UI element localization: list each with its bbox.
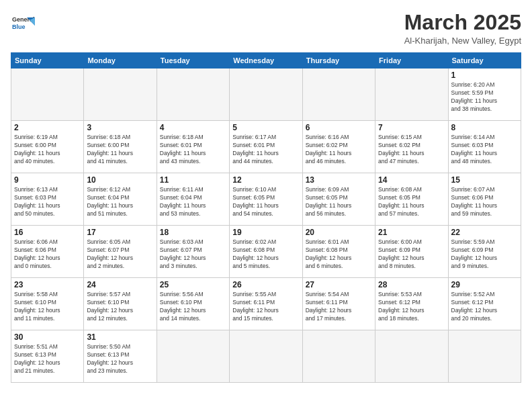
day-info: Sunrise: 6:15 AM Sunset: 6:02 PM Dayligh… [378, 134, 445, 166]
day-cell: 26Sunrise: 5:55 AM Sunset: 6:11 PM Dayli… [230, 278, 302, 330]
week-row-4: 16Sunrise: 6:06 AM Sunset: 6:06 PM Dayli… [11, 226, 521, 278]
day-cell: 16Sunrise: 6:06 AM Sunset: 6:06 PM Dayli… [11, 226, 84, 278]
day-number: 7 [378, 123, 445, 132]
day-cell: 4Sunrise: 6:18 AM Sunset: 6:01 PM Daylig… [157, 121, 229, 173]
day-cell [84, 68, 157, 121]
day-cell: 3Sunrise: 6:18 AM Sunset: 6:00 PM Daylig… [84, 121, 157, 173]
day-cell [157, 68, 229, 121]
day-info: Sunrise: 5:51 AM Sunset: 6:13 PM Dayligh… [14, 343, 81, 375]
day-info: Sunrise: 5:53 AM Sunset: 6:12 PM Dayligh… [378, 291, 445, 323]
day-number: 10 [87, 175, 153, 185]
day-number: 3 [87, 123, 153, 132]
day-cell: 14Sunrise: 6:08 AM Sunset: 6:05 PM Dayli… [375, 173, 448, 226]
day-cell: 19Sunrise: 6:02 AM Sunset: 6:08 PM Dayli… [230, 226, 302, 278]
day-info: Sunrise: 5:59 AM Sunset: 6:09 PM Dayligh… [451, 238, 518, 271]
week-row-2: 2Sunrise: 6:19 AM Sunset: 6:00 PM Daylig… [11, 121, 521, 173]
day-cell: 21Sunrise: 6:00 AM Sunset: 6:09 PM Dayli… [375, 226, 448, 278]
day-cell [157, 330, 229, 383]
weekday-header-thursday: Thursday [302, 53, 375, 68]
day-number: 1 [451, 71, 518, 80]
day-cell: 5Sunrise: 6:17 AM Sunset: 6:01 PM Daylig… [230, 121, 302, 173]
day-number: 16 [14, 228, 81, 237]
day-cell: 17Sunrise: 6:05 AM Sunset: 6:07 PM Dayli… [84, 226, 157, 278]
week-row-3: 9Sunrise: 6:13 AM Sunset: 6:03 PM Daylig… [11, 173, 521, 226]
day-cell: 29Sunrise: 5:52 AM Sunset: 6:12 PM Dayli… [448, 278, 521, 330]
day-info: Sunrise: 6:14 AM Sunset: 6:03 PM Dayligh… [451, 134, 518, 166]
day-info: Sunrise: 6:05 AM Sunset: 6:07 PM Dayligh… [87, 238, 153, 271]
day-cell [11, 68, 84, 121]
week-row-6: 30Sunrise: 5:51 AM Sunset: 6:13 PM Dayli… [11, 330, 521, 383]
header: General Blue March 2025 Al-Kharijah, New… [11, 11, 521, 46]
day-cell: 30Sunrise: 5:51 AM Sunset: 6:13 PM Dayli… [11, 330, 84, 383]
day-info: Sunrise: 5:58 AM Sunset: 6:10 PM Dayligh… [14, 291, 81, 323]
day-number: 4 [160, 123, 226, 132]
day-number: 23 [14, 280, 81, 289]
day-number: 8 [451, 123, 518, 132]
day-number: 18 [160, 228, 226, 237]
day-info: Sunrise: 6:12 AM Sunset: 6:04 PM Dayligh… [87, 186, 153, 218]
day-cell: 10Sunrise: 6:12 AM Sunset: 6:04 PM Dayli… [84, 173, 157, 226]
day-cell: 2Sunrise: 6:19 AM Sunset: 6:00 PM Daylig… [11, 121, 84, 173]
weekday-header-monday: Monday [84, 53, 157, 68]
calendar: SundayMondayTuesdayWednesdayThursdayFrid… [11, 52, 521, 383]
day-cell: 6Sunrise: 6:16 AM Sunset: 6:02 PM Daylig… [302, 121, 375, 173]
day-number: 27 [306, 280, 372, 289]
weekday-header-tuesday: Tuesday [157, 53, 229, 68]
calendar-header: SundayMondayTuesdayWednesdayThursdayFrid… [11, 53, 521, 68]
title-block: March 2025 Al-Kharijah, New Valley, Egyp… [404, 11, 521, 46]
day-cell: 11Sunrise: 6:11 AM Sunset: 6:04 PM Dayli… [157, 173, 229, 226]
day-info: Sunrise: 6:07 AM Sunset: 6:06 PM Dayligh… [451, 186, 518, 218]
day-number: 13 [306, 175, 372, 185]
day-cell: 23Sunrise: 5:58 AM Sunset: 6:10 PM Dayli… [11, 278, 84, 330]
week-row-5: 23Sunrise: 5:58 AM Sunset: 6:10 PM Dayli… [11, 278, 521, 330]
day-cell [302, 68, 375, 121]
day-info: Sunrise: 6:02 AM Sunset: 6:08 PM Dayligh… [232, 238, 299, 271]
day-cell: 25Sunrise: 5:56 AM Sunset: 6:10 PM Dayli… [157, 278, 229, 330]
day-info: Sunrise: 6:00 AM Sunset: 6:09 PM Dayligh… [378, 238, 445, 271]
day-number: 28 [378, 280, 445, 289]
day-number: 21 [378, 228, 445, 237]
day-cell: 12Sunrise: 6:10 AM Sunset: 6:05 PM Dayli… [230, 173, 302, 226]
day-number: 17 [87, 228, 153, 237]
day-number: 14 [378, 175, 445, 185]
day-cell: 8Sunrise: 6:14 AM Sunset: 6:03 PM Daylig… [448, 121, 521, 173]
day-number: 12 [232, 175, 299, 185]
day-cell [375, 330, 448, 383]
day-number: 26 [232, 280, 299, 289]
day-cell [375, 68, 448, 121]
logo: General Blue [11, 11, 35, 35]
day-cell: 31Sunrise: 5:50 AM Sunset: 6:13 PM Dayli… [84, 330, 157, 383]
day-number: 2 [14, 123, 81, 132]
day-cell: 20Sunrise: 6:01 AM Sunset: 6:08 PM Dayli… [302, 226, 375, 278]
svg-text:Blue: Blue [12, 24, 26, 30]
day-number: 5 [232, 123, 299, 132]
day-cell: 18Sunrise: 6:03 AM Sunset: 6:07 PM Dayli… [157, 226, 229, 278]
day-cell [302, 330, 375, 383]
logo-icon: General Blue [11, 11, 35, 35]
day-number: 11 [160, 175, 226, 185]
day-info: Sunrise: 5:50 AM Sunset: 6:13 PM Dayligh… [87, 343, 153, 375]
day-info: Sunrise: 6:16 AM Sunset: 6:02 PM Dayligh… [306, 134, 372, 166]
day-info: Sunrise: 6:01 AM Sunset: 6:08 PM Dayligh… [306, 238, 372, 271]
day-info: Sunrise: 5:52 AM Sunset: 6:12 PM Dayligh… [451, 291, 518, 323]
day-info: Sunrise: 5:54 AM Sunset: 6:11 PM Dayligh… [306, 291, 372, 323]
day-cell: 9Sunrise: 6:13 AM Sunset: 6:03 PM Daylig… [11, 173, 84, 226]
day-number: 6 [306, 123, 372, 132]
weekday-row: SundayMondayTuesdayWednesdayThursdayFrid… [11, 53, 521, 68]
day-cell: 7Sunrise: 6:15 AM Sunset: 6:02 PM Daylig… [375, 121, 448, 173]
day-info: Sunrise: 6:09 AM Sunset: 6:05 PM Dayligh… [306, 186, 372, 218]
day-info: Sunrise: 6:18 AM Sunset: 6:00 PM Dayligh… [87, 134, 153, 166]
day-cell: 27Sunrise: 5:54 AM Sunset: 6:11 PM Dayli… [302, 278, 375, 330]
day-info: Sunrise: 6:10 AM Sunset: 6:05 PM Dayligh… [232, 186, 299, 218]
month-title: March 2025 [404, 11, 521, 34]
weekday-header-friday: Friday [375, 53, 448, 68]
day-info: Sunrise: 6:03 AM Sunset: 6:07 PM Dayligh… [160, 238, 226, 271]
day-cell: 24Sunrise: 5:57 AM Sunset: 6:10 PM Dayli… [84, 278, 157, 330]
day-cell: 1Sunrise: 6:20 AM Sunset: 5:59 PM Daylig… [448, 68, 521, 121]
weekday-header-sunday: Sunday [11, 53, 84, 68]
day-cell: 15Sunrise: 6:07 AM Sunset: 6:06 PM Dayli… [448, 173, 521, 226]
day-number: 30 [14, 332, 81, 342]
day-info: Sunrise: 6:13 AM Sunset: 6:03 PM Dayligh… [14, 186, 81, 218]
day-info: Sunrise: 6:18 AM Sunset: 6:01 PM Dayligh… [160, 134, 226, 166]
weekday-header-saturday: Saturday [448, 53, 521, 68]
